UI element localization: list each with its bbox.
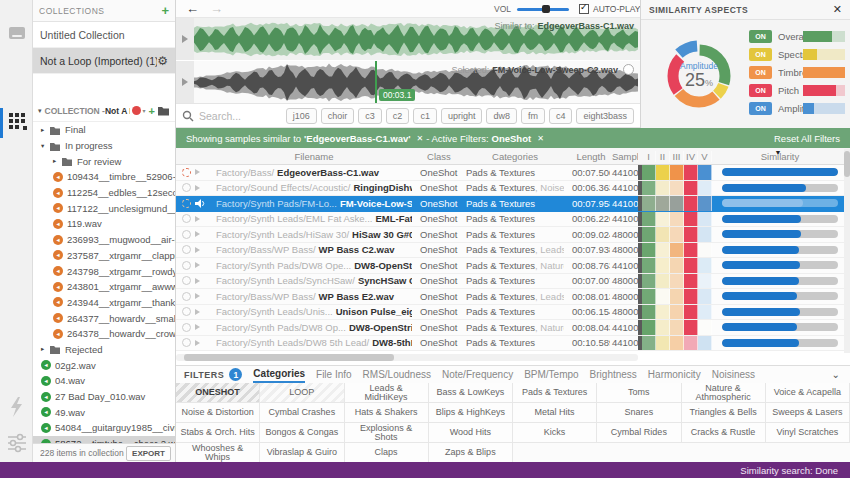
table-row[interactable]: Factory/Bass/EdgeoverBass-C1.wavOneShotP… xyxy=(176,165,850,181)
category-filter-cell[interactable]: Triangles & Bells xyxy=(682,403,766,423)
table-row[interactable]: Factory/Synth Leads/SyncHSaw/SyncHSaw C1… xyxy=(176,274,850,290)
caret-down-icon[interactable]: ▾ xyxy=(41,142,49,150)
collection-item[interactable]: Not a Loop (Imported) (1)⚙ xyxy=(33,48,175,74)
filter-tab-brightness[interactable]: Brightness xyxy=(590,367,637,382)
volume-slider[interactable] xyxy=(517,8,569,11)
column-aspect-1[interactable]: I xyxy=(642,151,656,162)
search-tag-chip[interactable]: j106 xyxy=(286,108,317,124)
play-row-icon[interactable] xyxy=(195,293,200,299)
sample-state-icon[interactable] xyxy=(182,214,191,223)
tree-file[interactable]: ◄243798__xtrgamr__rowdy-... xyxy=(33,263,175,279)
selected-waveform[interactable]: 00:03.1 Selected: FM-Voice-Low-Sweep-C2.… xyxy=(176,61,640,104)
filter-tab-bpm-tempo[interactable]: BPM/Tempo xyxy=(524,367,578,382)
category-filter-cell[interactable]: Claps xyxy=(345,443,429,463)
collection-item[interactable]: Untitled Collection xyxy=(33,22,175,48)
aspect-weight-bar[interactable] xyxy=(803,67,845,78)
loop-toggle-icon[interactable] xyxy=(623,64,634,75)
column-class[interactable]: Class xyxy=(412,151,458,162)
play-row-icon[interactable] xyxy=(195,169,200,175)
tree-file[interactable]: ◄54084__guitarguy1985__civild... xyxy=(33,420,175,436)
play-row-icon[interactable] xyxy=(195,340,200,346)
search-tag-chip[interactable]: choir xyxy=(321,108,355,124)
play-row-icon[interactable] xyxy=(195,324,200,330)
filter-tab-noisiness[interactable]: Noisiness xyxy=(712,367,755,382)
aspect-weight-bar[interactable] xyxy=(803,49,845,60)
tree-file[interactable]: ◄243801__xtrgamr__awww-t... xyxy=(33,279,175,295)
toggle-on-switch[interactable]: ON xyxy=(749,102,772,115)
category-filter-cell[interactable]: Nature & Athmospheric xyxy=(682,383,766,403)
tree-file[interactable]: ◄04.wav xyxy=(33,373,175,389)
column-aspect-3[interactable]: III xyxy=(670,151,684,162)
filter-tab-file-info[interactable]: File Info xyxy=(316,367,352,382)
tree-file[interactable]: ◄112254__edbles__12secon... xyxy=(33,185,175,201)
tree-file[interactable]: ◄243944__xtrgamr__thank-y... xyxy=(33,295,175,311)
column-aspect-2[interactable]: II xyxy=(656,151,670,162)
clear-filter-icon[interactable]: ✕ xyxy=(537,134,544,143)
column-aspect-5[interactable]: V xyxy=(698,151,712,162)
category-filter-cell[interactable]: LOOP xyxy=(260,383,344,403)
category-filter-cell[interactable]: Hats & Shakers xyxy=(345,403,429,423)
tree-folder[interactable]: ▸Final xyxy=(33,122,175,138)
reference-sample-icon[interactable] xyxy=(182,168,191,177)
collection-tree-header[interactable]: ▾ COLLECTION - Not A Loo... ▾ + xyxy=(33,100,175,122)
category-filter-cell[interactable]: Toms xyxy=(597,383,681,403)
aspect-weight-bar[interactable] xyxy=(803,85,845,96)
caret-right-icon[interactable]: ▸ xyxy=(41,126,49,134)
category-filter-cell[interactable]: Metal Hits xyxy=(513,403,597,423)
play-row-icon[interactable] xyxy=(195,247,200,253)
scrollbar-thumb[interactable] xyxy=(844,151,850,177)
export-button[interactable]: EXPORT xyxy=(126,446,171,461)
play-row-icon[interactable] xyxy=(195,216,200,222)
tree-file[interactable]: ◄49.wav xyxy=(33,404,175,420)
tree-folder[interactable]: ▸For review xyxy=(33,153,175,169)
tree-folder[interactable]: ▾In progress xyxy=(33,138,175,154)
table-vertical-scrollbar[interactable] xyxy=(844,149,850,353)
tree-file[interactable]: ◄02g2.wav xyxy=(33,357,175,373)
category-filter-cell[interactable]: Cymbal Crashes xyxy=(260,403,344,423)
category-filter-cell[interactable]: Cracks & Rustle xyxy=(682,423,766,443)
close-icon[interactable]: ✕ xyxy=(833,3,842,16)
table-horizontal-scrollbar[interactable] xyxy=(176,354,638,361)
aspect-weights-donut[interactable]: Amplitude 25% xyxy=(647,26,751,126)
sample-state-icon[interactable] xyxy=(182,183,191,192)
search-tag-chip[interactable]: dw8 xyxy=(486,108,517,124)
category-filter-cell[interactable]: Bongos & Congas xyxy=(260,423,344,443)
play-row-icon[interactable] xyxy=(195,262,200,268)
table-row[interactable]: Factory/Bass/WP Bass/WP Bass E2.wavOneSh… xyxy=(176,289,850,305)
playhead[interactable] xyxy=(375,61,377,103)
scrollbar-thumb[interactable] xyxy=(184,354,394,361)
source-waveform[interactable]: Similar to: EdgeoverBass-C1.wav xyxy=(176,18,640,61)
column-filename[interactable]: Filename xyxy=(216,151,412,162)
search-tag-chip[interactable]: c1 xyxy=(413,108,437,124)
column-similarity[interactable]: ▼ Similarity xyxy=(712,151,844,162)
category-filter-cell[interactable]: Pads & Textures xyxy=(513,383,597,403)
tree-file[interactable]: ◄58672__timtube__cheer-2.wav xyxy=(33,436,175,443)
play-row-icon[interactable] xyxy=(195,185,200,191)
sample-browser-icon[interactable] xyxy=(9,113,27,135)
search-tag-chip[interactable]: eight3bass xyxy=(576,108,634,124)
category-filter-cell[interactable]: Kicks xyxy=(513,423,597,443)
filter-tab-rms-loudness[interactable]: RMS/Loudness xyxy=(363,367,431,382)
column-categories[interactable]: Categories xyxy=(458,151,564,162)
toggle-on-switch[interactable]: ON xyxy=(749,48,772,61)
table-row[interactable]: Factory/Synth Leads/HiSaw 30/HiSaw 30 G#… xyxy=(176,227,850,243)
gear-icon[interactable]: ⚙ xyxy=(157,54,168,68)
tree-file[interactable]: ◄117122__unclesigmund__s... xyxy=(33,200,175,216)
folder-icon[interactable] xyxy=(157,105,170,116)
filter-tab-categories[interactable]: Categories xyxy=(253,366,305,383)
add-folder-button[interactable]: + xyxy=(149,105,155,117)
category-filter-cell[interactable]: Voice & Acapella xyxy=(766,383,850,403)
search-input[interactable] xyxy=(199,110,286,122)
search-tag-chip[interactable]: c4 xyxy=(549,108,573,124)
sample-state-icon[interactable] xyxy=(182,199,191,208)
play-source-button[interactable] xyxy=(176,18,194,60)
filter-tab-note-frequency[interactable]: Note/Frequency xyxy=(442,367,513,382)
collapse-filters-icon[interactable]: ⌄ xyxy=(832,369,840,380)
category-filter-cell[interactable]: Snares xyxy=(597,403,681,423)
search-tag-chip[interactable]: c3 xyxy=(358,108,382,124)
column-length[interactable]: Length xyxy=(564,151,610,162)
table-row[interactable]: Factory/Synth Leads/EML Fat Aske...EML-F… xyxy=(176,212,850,228)
aspect-weight-bar[interactable] xyxy=(803,103,845,114)
category-filter-cell[interactable]: Leads & MidHiKeys xyxy=(345,383,429,403)
category-filter-cell[interactable]: Blips & HighKeys xyxy=(429,403,513,423)
